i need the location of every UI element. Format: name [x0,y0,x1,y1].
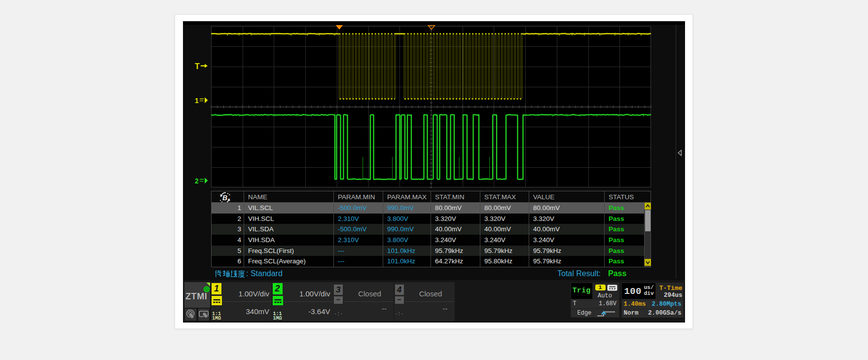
svg-text:1: 1 [195,97,199,105]
svg-text:T: T [195,62,200,71]
svg-text:B: B [222,194,227,202]
svg-text:2: 2 [195,177,199,185]
svg-text:ZTMI: ZTMI [185,291,207,301]
